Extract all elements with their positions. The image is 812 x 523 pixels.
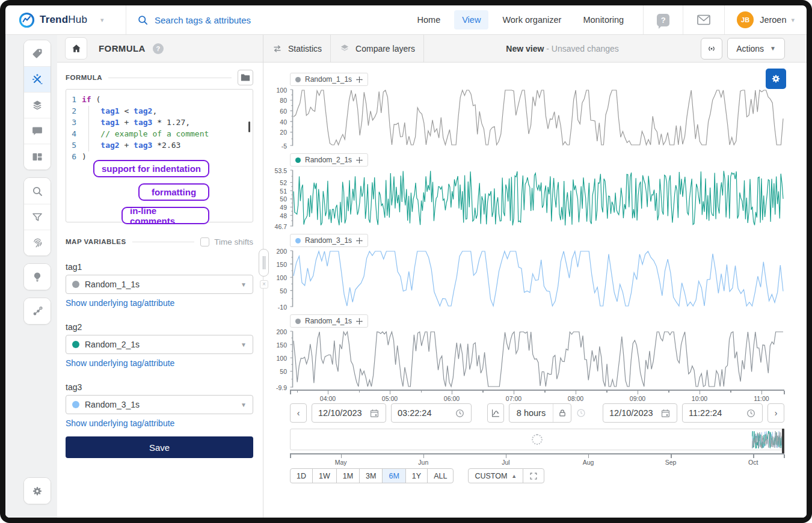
custom-range-button[interactable]: CUSTOM▲ xyxy=(468,468,523,483)
sidebar-item-fingerprint[interactable] xyxy=(24,230,51,255)
shift-forward-button[interactable]: › xyxy=(767,403,784,423)
search-input[interactable] xyxy=(155,15,311,25)
sidebar-item-recommendations[interactable] xyxy=(24,264,51,290)
tag1-select[interactable]: Random_1_1s ▼ xyxy=(66,275,253,294)
end-time-field[interactable]: 11:22:24 xyxy=(682,403,763,423)
sidebar-item-layers[interactable] xyxy=(24,92,51,118)
sidebar-item-filter[interactable] xyxy=(24,204,51,230)
show-underlying-link[interactable]: Show underlying tag/attribute xyxy=(66,418,253,428)
fit-range-button[interactable] xyxy=(523,468,544,483)
nav-link-monitoring[interactable]: Monitoring xyxy=(575,10,632,29)
broadcast-icon xyxy=(706,43,718,55)
lock-duration-button[interactable] xyxy=(553,404,571,422)
annotation-formatting: formatting xyxy=(138,183,209,201)
move-icon[interactable] xyxy=(356,237,363,244)
open-formula-button[interactable] xyxy=(238,70,253,85)
compare-layers-button[interactable]: Compare layers xyxy=(331,35,424,62)
show-underlying-link[interactable]: Show underlying tag/attribute xyxy=(66,298,253,308)
clock-icon xyxy=(455,408,465,418)
start-time-field[interactable]: 03:22:24 xyxy=(391,403,472,423)
series-label: Random_2_1s xyxy=(305,156,352,164)
annotation-indentation: support for indentation xyxy=(93,160,209,177)
y-axis-labels: 20015010050-9.9 xyxy=(268,331,290,388)
comment-icon xyxy=(31,125,43,137)
show-underlying-link[interactable]: Show underlying tag/attribute xyxy=(66,358,253,368)
chevron-down-icon: ▼ xyxy=(241,281,247,288)
move-icon[interactable] xyxy=(356,318,363,325)
layers-icon xyxy=(339,43,350,54)
nav-link-work-organizer[interactable]: Work organizer xyxy=(494,10,569,29)
chart-plot-area[interactable] xyxy=(290,89,784,146)
save-button[interactable]: Save xyxy=(66,436,253,458)
sidebar-item-tags[interactable] xyxy=(24,40,51,66)
help-button[interactable]: ? xyxy=(644,5,683,34)
editor-scrollbar[interactable] xyxy=(248,121,250,132)
range-button-1m[interactable]: 1M xyxy=(336,468,360,483)
legend-Random_3_1s[interactable]: Random_3_1s xyxy=(290,234,368,247)
sidebar-item-dashboard[interactable] xyxy=(24,144,51,170)
overview-preview-wave xyxy=(752,430,783,449)
overview-drag-handle[interactable] xyxy=(782,429,784,454)
nav-link-home[interactable]: Home xyxy=(410,10,449,29)
user-menu[interactable]: JB Jeroen ▾ xyxy=(725,11,807,28)
chart-settings-button[interactable] xyxy=(766,69,786,89)
range-button-1w[interactable]: 1W xyxy=(312,468,337,483)
range-button-1y[interactable]: 1Y xyxy=(405,468,428,483)
actions-button[interactable]: Actions▼ xyxy=(727,38,785,60)
home-button[interactable] xyxy=(65,37,87,60)
move-icon[interactable] xyxy=(356,76,363,83)
mail-icon xyxy=(697,14,711,26)
overview-scrollbar[interactable] xyxy=(290,429,784,450)
chart-Random_3_1s: Random_3_1s20015010050-10 xyxy=(263,234,807,307)
nav-link-view[interactable]: View xyxy=(454,10,488,29)
panel-resize-handle[interactable] xyxy=(259,249,269,277)
calendar-icon xyxy=(369,408,380,418)
code-line: 1if ( xyxy=(66,94,253,105)
duration-control[interactable]: 8 hours xyxy=(509,403,571,423)
sidebar-item-context[interactable] xyxy=(24,298,51,324)
end-date-field[interactable]: 12/10/2023 xyxy=(603,403,677,423)
time-range-row: 1D1W1M3M6M1YALL CUSTOM▲ xyxy=(290,468,544,483)
chevron-down-icon[interactable]: ▾ xyxy=(100,16,104,24)
tag2-select[interactable]: Random_2_1s ▼ xyxy=(66,335,253,354)
start-date-field[interactable]: 12/10/2023 xyxy=(312,403,386,423)
tag3-select[interactable]: Random_3_1s ▼ xyxy=(66,395,253,414)
range-button-all[interactable]: ALL xyxy=(427,468,454,483)
interpolation-button[interactable] xyxy=(487,403,504,423)
legend-Random_2_1s[interactable]: Random_2_1s xyxy=(290,153,368,167)
range-button-1d[interactable]: 1D xyxy=(290,468,313,483)
variable-name: tag1 xyxy=(66,262,253,272)
live-mode-button[interactable] xyxy=(701,38,722,60)
sidebar-item-formula[interactable] xyxy=(24,66,51,92)
sidebar-item-search[interactable] xyxy=(24,178,51,204)
reset-time-button[interactable] xyxy=(573,408,589,418)
series-color-dot xyxy=(295,77,301,82)
legend-Random_4_1s[interactable]: Random_4_1s xyxy=(290,314,368,328)
loading-spinner xyxy=(532,434,543,445)
move-icon[interactable] xyxy=(356,157,363,164)
panel-close-button[interactable]: × xyxy=(260,280,268,289)
global-search[interactable] xyxy=(126,14,407,26)
time-shifts-checkbox[interactable] xyxy=(200,237,209,246)
nav-utilities: ? JB Jeroen ▾ xyxy=(643,5,807,34)
formula-code-editor[interactable]: 1if (2 tag1 < tag2,3 tag1 + tag3 * 1.27,… xyxy=(66,89,253,222)
range-button-6m[interactable]: 6M xyxy=(382,468,405,483)
chart-Random_1_1s: Random_1_1s10080604020-5 xyxy=(263,73,807,146)
sidebar-item-comments[interactable] xyxy=(24,118,51,144)
help-icon[interactable]: ? xyxy=(153,43,164,54)
graph-icon xyxy=(31,305,43,317)
chart-plot-area[interactable] xyxy=(290,250,784,307)
chart-plot-area[interactable] xyxy=(290,331,784,388)
shift-back-button[interactable]: ‹ xyxy=(290,403,307,423)
range-button-3m[interactable]: 3M xyxy=(359,468,383,483)
lightbulb-icon xyxy=(31,271,43,283)
messages-button[interactable] xyxy=(683,5,724,34)
statistics-button[interactable]: Statistics xyxy=(263,35,331,62)
series-color-dot xyxy=(295,238,301,243)
brand[interactable]: TrendHub ▾ xyxy=(5,12,126,28)
legend-Random_1_1s[interactable]: Random_1_1s xyxy=(290,73,368,86)
chart-plot-area[interactable] xyxy=(290,170,784,227)
chart-Random_4_1s: Random_4_1s20015010050-9.9 xyxy=(263,314,807,388)
sidebar-item-settings[interactable] xyxy=(24,478,51,504)
y-axis-labels: 10080604020-5 xyxy=(268,89,290,146)
